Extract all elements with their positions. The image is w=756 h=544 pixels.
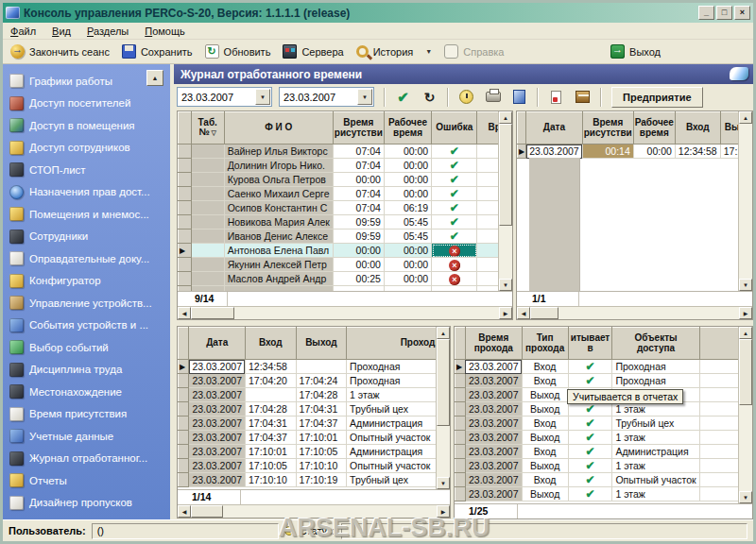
help-button[interactable]: Справка [444,44,504,59]
horizontal-scrollbar[interactable]: ◀▶ [178,504,450,518]
date-to-select[interactable]: 23.03.2007 ▼ [279,87,374,107]
table-row[interactable]: 23.03.2007Вход✔Администрация [455,445,752,459]
sidebar-item-stop-list[interactable]: СТОП-лист [3,159,170,181]
sidebar-item-reports[interactable]: Отчеты [3,469,170,492]
table-row[interactable]: 23.03.200717:04:2817:04:31Трубный цех [179,402,450,416]
selected-table-row[interactable]: ▶Антонова Елена Павл00:0000:00× [179,244,512,258]
sidebar-item-device-control[interactable]: Управление устройств... [3,292,170,314]
reload-button[interactable]: ↻ [418,87,441,108]
sidebar-item-location[interactable]: Местонахождение [3,381,170,403]
print-button[interactable] [481,87,505,108]
table-row[interactable]: 23.03.200717:04:3117:04:37Администрация [179,416,450,431]
col-exit[interactable]: Выход [296,328,347,360]
sidebar-item-room-access[interactable]: Доступ в помещения [3,114,170,137]
table-row[interactable]: 23.03.2007Выход✔1 этаж [455,431,752,445]
selected-table-row[interactable]: ▶23.03.200700:1400:0012:34:5817:18: [518,144,754,159]
sidebar-item-employee-access[interactable]: Доступ сотрудников [3,137,170,160]
directory-button[interactable] [571,87,594,108]
history-dropdown-arrow[interactable]: ▼ [425,48,432,55]
horizontal-scrollbar[interactable]: ◀▶ [517,306,752,319]
table-row[interactable]: 23.03.200717:04:281 этаж [179,388,450,402]
minimize-button[interactable]: _ [698,6,714,20]
sidebar-item-event-select[interactable]: Выбор событий [3,336,170,359]
sidebar-item-excuse-docs[interactable]: Оправдательные доку... [3,247,170,270]
date-from-select[interactable]: 23.03.2007 ▼ [177,87,272,107]
maximize-button[interactable]: □ [716,6,732,20]
col-tabno[interactable]: Таб.№▽ [191,112,224,144]
selected-table-row[interactable]: ▶23.03.200712:34:58Проходная [179,360,450,374]
menu-help[interactable]: Помощь [145,26,185,37]
enterprise-button[interactable]: Предприятие [611,87,703,108]
sidebar-item-employees[interactable]: Сотрудники [3,226,170,248]
col-error[interactable]: Ошибка [432,112,477,144]
table-row[interactable]: 23.03.200717:10:0517:10:10Опытный участо… [179,459,450,473]
col-counted[interactable]: итываетв [568,328,612,360]
col-fio[interactable]: Ф И О [224,112,333,144]
sidebar-item-discipline[interactable]: Дисциплина труда [3,359,170,382]
sidebar-item-configurator[interactable]: Конфигуратор [3,270,170,293]
menu-sections[interactable]: Разделы [87,26,129,37]
table-row[interactable]: 23.03.2007Вход✔Опытный участок [455,473,752,487]
sidebar-item-access-rights[interactable]: Назначения прав дост... [3,181,170,204]
col-pass-time[interactable]: Времяпрохода [465,328,522,360]
table-row[interactable]: Курова Ольга Петров00:0000:00✔ [179,173,512,187]
selected-table-row[interactable]: ▶23.03.2007Вход✔Проходная [455,360,752,374]
table-row[interactable]: 23.03.2007Вход✔Проходная [455,374,752,388]
table-row[interactable]: 23.03.200717:04:3717:10:01Опытный участо… [179,431,450,445]
sidebar-item-rooms-mnemo[interactable]: Помещения и мнемос... [3,203,170,226]
chevron-down-icon[interactable]: ▼ [255,89,270,105]
apply-button[interactable]: ✔ [391,87,415,108]
col-worktime[interactable]: Рабочеевремя [384,112,431,144]
sidebar-item-schedules[interactable]: Графики работы [3,70,170,93]
table-row[interactable]: Новикова Мария Алек09:5905:45✔ [179,215,512,230]
table-row[interactable]: Долинин Игорь Нико.07:0400:00✔ [179,159,512,173]
chevron-down-icon[interactable]: ▼ [357,89,372,105]
col-areas[interactable]: Проходы [347,328,450,360]
table-row[interactable]: Иванов Денис Алексе09:5905:45✔ [179,230,512,244]
sidebar-item-account-data[interactable]: Учетные данные [3,425,170,448]
end-session-button[interactable]: Закончить сеанс [10,44,110,59]
vertical-scrollbar[interactable]: ▲▼ [436,327,450,489]
sidebar-item-worktime-log[interactable]: Журнал отработанног... [3,448,170,470]
sidebar-item-presence-time[interactable]: Время присутствия [3,403,170,426]
vertical-scrollbar[interactable]: ▲▼ [738,111,752,291]
horizontal-scrollbar[interactable]: ◀▶ [178,306,512,319]
exit-button[interactable]: Выход [610,44,661,59]
sidebar-item-pass-designer[interactable]: Дизайнер пропусков [3,492,170,515]
time-settings-button[interactable] [455,87,478,108]
col-entry[interactable]: Вход [675,112,720,144]
table-row[interactable]: 23.03.200717:10:1017:10:19Трубный цех [179,473,450,487]
menu-file[interactable]: Файл [10,26,36,37]
table-row[interactable]: Осипов Константин С07:0406:19✔ [179,201,512,215]
col-date[interactable]: Дата [526,112,583,144]
sidebar-scroll-up-button[interactable]: ▲ [146,70,163,86]
vertical-scrollbar[interactable]: ▲▼ [738,327,752,503]
col-worktime[interactable]: Рабочеевремя [633,112,675,144]
table-row[interactable]: Саенко Михаил Серге07:0400:00✔ [179,187,512,201]
save-button[interactable]: Сохранить [122,44,193,59]
col-pass-type[interactable]: Типпрохода [522,328,568,360]
table-row[interactable]: Маслов Андрей Андр00:2500:00× [179,272,512,286]
table-row[interactable]: 23.03.200717:10:0117:10:05Администрация [179,445,450,459]
col-presence[interactable]: Времярисутстви [333,112,384,144]
col-access-objects[interactable]: Объектыдоступа [612,328,699,360]
close-button[interactable]: × [734,6,750,20]
sidebar-item-visitor-access[interactable]: Доступ посетителей [3,93,170,115]
table-row[interactable]: Якунин Алексей Петр00:0000:00× [179,258,512,272]
col-presence[interactable]: Времярисутстви [582,112,633,144]
servers-button[interactable]: Сервера [283,44,343,59]
vertical-scrollbar[interactable]: ▲▼ [498,111,512,291]
table-row[interactable]: 23.03.2007Выход✔1 этаж [455,459,752,473]
col-entry[interactable]: Вход [245,328,296,360]
refresh-button[interactable]: Обновить [205,44,271,59]
menu-view[interactable]: Вид [52,26,71,37]
table-row[interactable]: 23.03.200717:04:2017:04:24Проходная [179,374,450,388]
table-row[interactable]: 23.03.2007Вход✔Трубный цех [455,416,752,431]
document-button[interactable] [544,87,568,108]
table-row[interactable]: Вайнер Илья Викторс07:0400:00✔ [179,144,512,159]
table-row[interactable]: 23.03.2007Выход✔1 этаж [455,487,752,502]
sidebar-item-device-events[interactable]: События устройств и ... [3,314,170,337]
col-date[interactable]: Дата [189,328,246,360]
history-button[interactable]: История [356,45,414,58]
export-button[interactable] [507,87,531,108]
